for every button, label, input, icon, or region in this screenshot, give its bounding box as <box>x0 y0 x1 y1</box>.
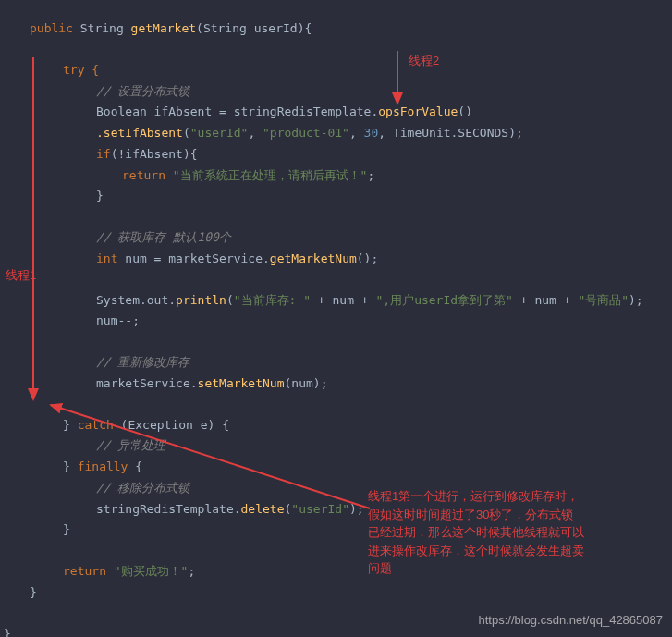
line-delete: stringRedisTemplate.delete("userId"); <box>30 499 672 521</box>
comment-getstock: // 获取库存 默认100个 <box>30 227 672 249</box>
code-block: public String getMarket(String userId){ … <box>30 18 672 637</box>
line-catch: } catch (Exception e) { <box>30 415 672 436</box>
line-println: System.out.println("当前库存: " + num + ",用户… <box>30 290 672 312</box>
line-return-ok: return "购买成功！"; <box>30 561 672 582</box>
line-signature: public String getMarket(String userId){ <box>30 18 672 40</box>
line-return-busy: return "当前系统正在处理，请稍后再试！"; <box>30 165 672 187</box>
line-if: if(!ifAbsent){ <box>30 144 672 165</box>
line-getnum: int num = marketService.getMarketNum(); <box>30 249 672 270</box>
comment-remove: // 移除分布式锁 <box>30 478 672 499</box>
line-setnum: marketService.setMarketNum(num); <box>30 374 672 395</box>
line-method-close: } <box>30 582 672 604</box>
line-try: try { <box>30 60 672 81</box>
line-numdec: num--; <box>30 311 672 332</box>
line-if-close: } <box>30 186 672 207</box>
comment-setlock: // 设置分布式锁 <box>30 81 672 103</box>
line-finally: } finally { <box>30 457 672 478</box>
line-finally-close: } <box>30 520 672 541</box>
line-bool: Boolean ifAbsent = stringRedisTemplate.o… <box>30 102 672 123</box>
watermark: https://blog.csdn.net/qq_42865087 <box>479 610 664 631</box>
comment-catch: // 异常处理 <box>30 435 672 457</box>
comment-modstock: // 重新修改库存 <box>30 352 672 374</box>
line-setifabsent: .setIfAbsent("userId", "product-01", 30,… <box>30 123 672 144</box>
